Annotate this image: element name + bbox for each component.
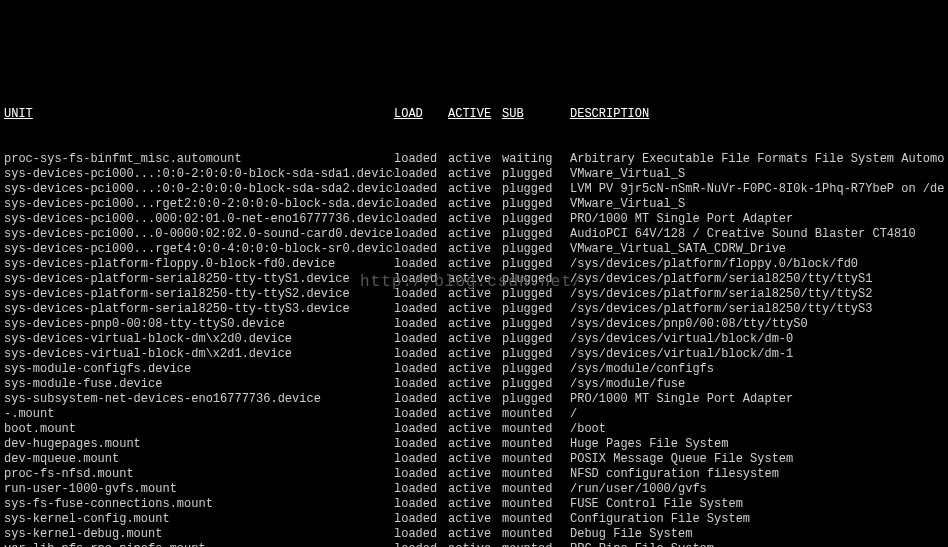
cell-sub: plugged	[502, 272, 570, 287]
cell-active: active	[448, 527, 502, 542]
cell-unit: proc-sys-fs-binfmt_misc.automount	[4, 152, 394, 167]
unit-row: sys-devices-pnp0-00:08-tty-ttyS0.devicel…	[4, 317, 944, 332]
cell-load: loaded	[394, 452, 448, 467]
cell-active: active	[448, 467, 502, 482]
header-sub: SUB	[502, 107, 570, 122]
unit-row: sys-devices-pci000...:0:0-2:0:0:0-block-…	[4, 167, 944, 182]
cell-unit: dev-hugepages.mount	[4, 437, 394, 452]
cell-description: /sys/module/fuse	[570, 377, 944, 392]
unit-row: sys-devices-pci000...000:02:01.0-net-eno…	[4, 212, 944, 227]
unit-list-header: UNIT LOAD ACTIVE SUB DESCRIPTION	[4, 107, 944, 122]
cell-sub: mounted	[502, 542, 570, 547]
cell-description: /sys/devices/platform/floppy.0/block/fd0	[570, 257, 944, 272]
cell-description: Huge Pages File System	[570, 437, 944, 452]
cell-description: /boot	[570, 422, 944, 437]
cell-unit: -.mount	[4, 407, 394, 422]
cell-unit: sys-devices-pci000...rget4:0:0-4:0:0:0-b…	[4, 242, 394, 257]
cell-active: active	[448, 242, 502, 257]
cell-description: VMware_Virtual_S	[570, 197, 944, 212]
cell-load: loaded	[394, 257, 448, 272]
cell-load: loaded	[394, 527, 448, 542]
cell-active: active	[448, 227, 502, 242]
cell-active: active	[448, 332, 502, 347]
cell-sub: mounted	[502, 452, 570, 467]
cell-active: active	[448, 497, 502, 512]
cell-load: loaded	[394, 392, 448, 407]
unit-row: sys-devices-virtual-block-dm\x2d1.device…	[4, 347, 944, 362]
unit-row: sys-devices-pci000...rget4:0:0-4:0:0:0-b…	[4, 242, 944, 257]
cell-active: active	[448, 407, 502, 422]
cell-load: loaded	[394, 407, 448, 422]
cell-active: active	[448, 257, 502, 272]
cell-load: loaded	[394, 272, 448, 287]
cell-description: /sys/devices/virtual/block/dm-0	[570, 332, 944, 347]
cell-unit: sys-subsystem-net-devices-eno16777736.de…	[4, 392, 394, 407]
unit-rows: proc-sys-fs-binfmt_misc.automountloadeda…	[4, 152, 944, 547]
cell-active: active	[448, 212, 502, 227]
cell-unit: sys-devices-platform-serial8250-tty-ttyS…	[4, 287, 394, 302]
unit-row: proc-sys-fs-binfmt_misc.automountloadeda…	[4, 152, 944, 167]
cell-sub: mounted	[502, 482, 570, 497]
cell-load: loaded	[394, 437, 448, 452]
cell-description: Configuration File System	[570, 512, 944, 527]
unit-row: run-user-1000-gvfs.mountloadedactivemoun…	[4, 482, 944, 497]
header-active: ACTIVE	[448, 107, 502, 122]
cell-active: active	[448, 452, 502, 467]
cell-description: POSIX Message Queue File System	[570, 452, 944, 467]
cell-unit: sys-module-configfs.device	[4, 362, 394, 377]
cell-sub: plugged	[502, 167, 570, 182]
cell-sub: waiting	[502, 152, 570, 167]
cell-unit: sys-fs-fuse-connections.mount	[4, 497, 394, 512]
cell-load: loaded	[394, 512, 448, 527]
cell-description: AudioPCI 64V/128 / Creative Sound Blaste…	[570, 227, 944, 242]
cell-active: active	[448, 482, 502, 497]
cell-load: loaded	[394, 542, 448, 547]
cell-description: /sys/devices/platform/serial8250/tty/tty…	[570, 302, 944, 317]
cell-unit: sys-devices-pci000...:0:0-2:0:0:0-block-…	[4, 167, 394, 182]
cell-load: loaded	[394, 287, 448, 302]
cell-description: /run/user/1000/gvfs	[570, 482, 944, 497]
unit-row: sys-subsystem-net-devices-eno16777736.de…	[4, 392, 944, 407]
cell-unit: sys-devices-virtual-block-dm\x2d1.device	[4, 347, 394, 362]
cell-unit: dev-mqueue.mount	[4, 452, 394, 467]
cell-sub: plugged	[502, 392, 570, 407]
header-load: LOAD	[394, 107, 448, 122]
cell-unit: sys-devices-platform-serial8250-tty-ttyS…	[4, 302, 394, 317]
cell-sub: mounted	[502, 497, 570, 512]
unit-row: boot.mountloadedactivemounted/boot	[4, 422, 944, 437]
cell-load: loaded	[394, 482, 448, 497]
unit-row: sys-devices-platform-serial8250-tty-ttyS…	[4, 302, 944, 317]
unit-row: sys-devices-pci000...0-0000:02:02.0-soun…	[4, 227, 944, 242]
cell-load: loaded	[394, 362, 448, 377]
cell-load: loaded	[394, 302, 448, 317]
cell-description: PRO/1000 MT Single Port Adapter	[570, 212, 944, 227]
cell-active: active	[448, 272, 502, 287]
cell-active: active	[448, 392, 502, 407]
cell-load: loaded	[394, 467, 448, 482]
cell-sub: plugged	[502, 257, 570, 272]
cell-load: loaded	[394, 167, 448, 182]
header-unit: UNIT	[4, 107, 394, 122]
terminal-output[interactable]: UNIT LOAD ACTIVE SUB DESCRIPTION proc-sy…	[0, 75, 948, 547]
cell-load: loaded	[394, 242, 448, 257]
unit-row: proc-fs-nfsd.mountloadedactivemountedNFS…	[4, 467, 944, 482]
cell-unit: sys-devices-pnp0-00:08-tty-ttyS0.device	[4, 317, 394, 332]
cell-description: VMware_Virtual_S	[570, 167, 944, 182]
cell-unit: sys-devices-platform-floppy.0-block-fd0.…	[4, 257, 394, 272]
cell-unit: sys-devices-pci000...000:02:01.0-net-eno…	[4, 212, 394, 227]
cell-unit: var-lib-nfs-rpc_pipefs.mount	[4, 542, 394, 547]
cell-load: loaded	[394, 152, 448, 167]
unit-row: sys-devices-platform-floppy.0-block-fd0.…	[4, 257, 944, 272]
cell-active: active	[448, 542, 502, 547]
cell-sub: plugged	[502, 287, 570, 302]
cell-sub: plugged	[502, 197, 570, 212]
cell-description: /	[570, 407, 944, 422]
cell-sub: mounted	[502, 467, 570, 482]
cell-sub: mounted	[502, 512, 570, 527]
cell-active: active	[448, 167, 502, 182]
cell-sub: mounted	[502, 422, 570, 437]
cell-description: Debug File System	[570, 527, 944, 542]
cell-active: active	[448, 362, 502, 377]
cell-unit: sys-devices-pci000...:0:0-2:0:0:0-block-…	[4, 182, 394, 197]
cell-sub: mounted	[502, 407, 570, 422]
